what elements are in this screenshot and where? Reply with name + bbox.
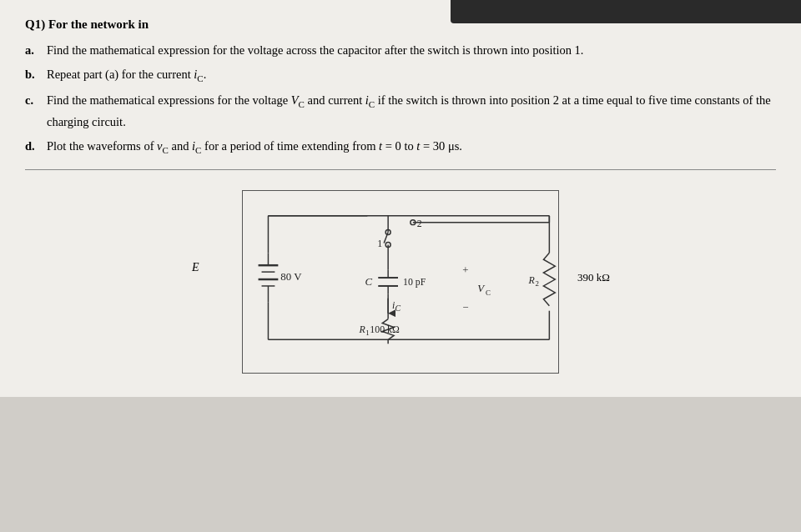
part-b-label: b. [25, 65, 43, 84]
svg-text:R: R [528, 274, 536, 286]
svg-text:−: − [462, 302, 468, 314]
part-c-label: c. [25, 91, 43, 110]
list-item: b. Repeat part (a) for the current iC. [25, 65, 776, 86]
svg-text:10 pF: 10 pF [403, 276, 426, 288]
r2-value-label: 390 kΩ [577, 271, 610, 284]
part-d-label: d. [25, 137, 43, 156]
svg-text:C: C [365, 276, 372, 288]
top-bar [451, 0, 801, 23]
svg-text:iC: iC [392, 299, 400, 313]
e-label: E [192, 261, 199, 274]
part-b-content: Repeat part (a) for the current iC. [47, 65, 776, 86]
part-c-content: Find the mathematical expressions for th… [47, 91, 776, 132]
svg-text:100 kΩ: 100 kΩ [370, 324, 400, 336]
part-a-content: Find the mathematical expression for the… [47, 41, 776, 60]
svg-text:V: V [477, 283, 486, 294]
circuit-svg: 80 V 1 2 [243, 191, 558, 373]
part-d-content: Plot the waveforms of vC and iC for a pe… [47, 137, 776, 158]
list-item: c. Find the mathematical expressions for… [25, 91, 776, 132]
svg-text:2: 2 [417, 218, 422, 229]
list-item: d. Plot the waveforms of vC and iC for a… [25, 137, 776, 158]
circuit-area: E [25, 182, 776, 382]
circuit-wrapper: E [242, 190, 559, 374]
svg-text:1: 1 [377, 238, 382, 250]
section-divider [25, 169, 776, 170]
part-a-label: a. [25, 41, 43, 60]
svg-text:R: R [358, 324, 365, 336]
svg-text:+: + [462, 264, 468, 276]
svg-text:1: 1 [365, 329, 369, 338]
circuit-box: 80 V 1 2 [242, 190, 559, 374]
svg-text:C: C [486, 289, 491, 297]
svg-text:2: 2 [536, 279, 539, 288]
page-content: Q1) For the network in a. Find the mathe… [0, 0, 801, 397]
list-item: a. Find the mathematical expression for … [25, 41, 776, 60]
problem-list: a. Find the mathematical expression for … [25, 41, 776, 158]
svg-text:80 V: 80 V [280, 271, 302, 283]
question-number: Q1) For the network in [25, 18, 149, 31]
